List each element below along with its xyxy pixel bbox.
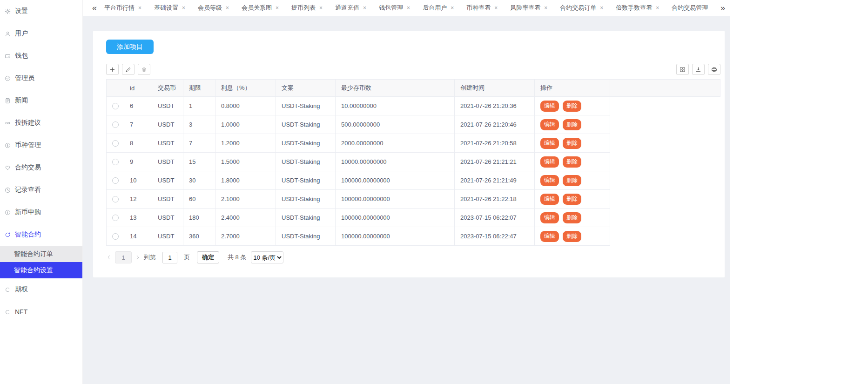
sidebar-item-new-coin-subscription[interactable]: 新币申购 [0, 201, 82, 223]
goto-page-input[interactable] [162, 252, 177, 263]
edit-row-button[interactable] [122, 64, 135, 75]
sidebar-item-record-view[interactable]: 记录查看 [0, 179, 82, 201]
edit-button[interactable]: 编辑 [540, 119, 559, 130]
sidebar-item-settings[interactable]: 设置 [0, 0, 82, 22]
row-radio[interactable] [112, 103, 119, 109]
table-header: id交易币期限利息（%）文案最少存币数创建时间操作 [107, 80, 720, 97]
tabs-scroll-right-icon[interactable]: » [720, 4, 725, 12]
tab-close-icon[interactable]: × [226, 5, 229, 11]
table-row: 10USDT301.8000USDT-Staking100000.0000000… [107, 171, 720, 190]
tab-close-icon[interactable]: × [451, 5, 454, 11]
sidebar-item-news[interactable]: 新闻 [0, 89, 82, 112]
tab-label: 钱包管理 [379, 4, 403, 12]
column-header: 交易币 [152, 80, 183, 97]
tab-8[interactable]: 币种查看× [466, 4, 498, 12]
tab-4[interactable]: 提币列表× [291, 4, 323, 12]
cell-text: USDT-Staking [276, 115, 336, 134]
export-button[interactable] [692, 64, 705, 75]
tab-1[interactable]: 基础设置× [154, 4, 185, 12]
row-radio[interactable] [112, 233, 119, 240]
tab-9[interactable]: 风险率查看× [510, 4, 547, 12]
tab-close-icon[interactable]: × [407, 5, 410, 11]
edit-button[interactable]: 编辑 [540, 231, 559, 242]
row-actions-cell: 编辑删除 [535, 171, 610, 190]
cring-icon [5, 287, 11, 293]
next-page-icon[interactable] [135, 255, 141, 260]
tab-close-icon[interactable]: × [656, 5, 659, 11]
sidebar-item-nft[interactable]: NFT [0, 301, 82, 323]
filler-column-header [610, 80, 720, 97]
edit-button[interactable]: 编辑 [540, 212, 559, 223]
cell-coin: USDT [152, 190, 183, 209]
tab-10[interactable]: 合约交易订单× [560, 4, 603, 12]
sidebar-subitem-smart-contract-settings[interactable]: 智能合约设置 [0, 262, 82, 278]
sidebar-item-options[interactable]: 期权 [0, 278, 82, 301]
sidebar-item-admins[interactable]: 管理员 [0, 67, 82, 89]
delete-button[interactable]: 删除 [563, 119, 581, 130]
edit-button[interactable]: 编辑 [540, 138, 559, 149]
page-size-select[interactable]: 10 条/页 [251, 251, 283, 263]
sidebar-item-contract-trading[interactable]: 合约交易 [0, 156, 82, 179]
cell-id: 13 [124, 209, 152, 227]
tab-6[interactable]: 钱包管理× [379, 4, 410, 12]
row-radio[interactable] [112, 140, 119, 147]
cell-created: 2021-07-26 21:20:58 [455, 134, 535, 153]
delete-button[interactable]: 删除 [563, 101, 581, 112]
edit-button[interactable]: 编辑 [540, 194, 559, 205]
tab-2[interactable]: 会员等级× [198, 4, 229, 12]
row-radio[interactable] [112, 215, 119, 221]
add-row-button[interactable] [106, 64, 119, 75]
delete-button[interactable]: 删除 [563, 212, 581, 223]
table-toolbar [106, 64, 720, 75]
filler-cell [610, 171, 720, 190]
sidebar-item-feedback[interactable]: 投拆建议 [0, 112, 82, 134]
clock-icon [5, 187, 11, 193]
tab-close-icon[interactable]: × [363, 5, 366, 11]
row-radio[interactable] [112, 196, 119, 202]
tab-12[interactable]: 合约交易管理 [672, 4, 708, 12]
cell-coin: USDT [152, 97, 183, 115]
edit-button[interactable]: 编辑 [540, 175, 559, 186]
confirm-page-button[interactable]: 确定 [197, 251, 219, 263]
tab-close-icon[interactable]: × [319, 5, 323, 11]
tabs-scroll-left-icon[interactable]: « [92, 4, 97, 12]
print-button[interactable] [708, 64, 720, 75]
delete-button[interactable]: 删除 [563, 175, 581, 186]
tab-close-icon[interactable]: × [276, 5, 279, 11]
delete-row-button[interactable] [138, 64, 150, 75]
edit-button[interactable]: 编辑 [540, 156, 559, 168]
tab-11[interactable]: 倍数手数查看× [616, 4, 659, 12]
sidebar-item-coin-management[interactable]: 币种管理 [0, 134, 82, 156]
tab-3[interactable]: 会员关系图× [242, 4, 279, 12]
tab-0[interactable]: 平台币行情× [104, 4, 141, 12]
edit-button[interactable]: 编辑 [540, 101, 559, 112]
row-radio[interactable] [112, 121, 119, 128]
delete-button[interactable]: 删除 [563, 194, 581, 205]
delete-button[interactable]: 删除 [563, 231, 581, 242]
sidebar-item-wallet[interactable]: 钱包 [0, 45, 82, 67]
tab-7[interactable]: 后台用户× [423, 4, 454, 12]
cell-term: 3 [183, 115, 215, 134]
prev-page-icon[interactable] [106, 255, 112, 260]
row-actions-cell: 编辑删除 [535, 115, 610, 134]
row-actions-cell: 编辑删除 [535, 227, 610, 246]
sidebar-item-users[interactable]: 用户 [0, 22, 82, 45]
tab-5[interactable]: 通道充值× [335, 4, 366, 12]
sidebar-subitem-smart-contract-orders[interactable]: 智能合约订单 [0, 246, 82, 262]
tab-close-icon[interactable]: × [138, 5, 141, 11]
row-radio[interactable] [112, 159, 119, 165]
columns-button[interactable] [676, 64, 689, 75]
tab-close-icon[interactable]: × [544, 5, 547, 11]
row-radio[interactable] [112, 177, 119, 184]
current-page-indicator[interactable]: 1 [115, 251, 132, 263]
sidebar-item-smart-contract[interactable]: 智能合约 [0, 223, 82, 246]
tab-close-icon[interactable]: × [494, 5, 498, 11]
add-project-button[interactable]: 添加项目 [106, 40, 154, 54]
tab-close-icon[interactable]: × [182, 5, 185, 11]
sidebar-subitem-label: 智能合约订单 [14, 250, 53, 258]
sidebar-item-label: 用户 [15, 29, 28, 38]
delete-button[interactable]: 删除 [563, 156, 581, 168]
delete-button[interactable]: 删除 [563, 138, 581, 149]
cell-min_deposit: 10000.00000000 [336, 153, 455, 171]
tab-close-icon[interactable]: × [600, 5, 603, 11]
